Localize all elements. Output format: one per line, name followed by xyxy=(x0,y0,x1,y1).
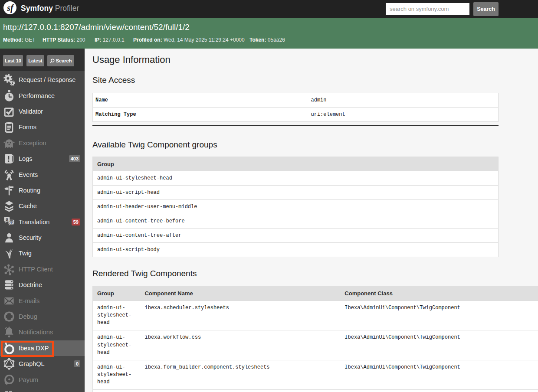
svg-text:sf: sf xyxy=(7,3,14,13)
svg-text:示: 示 xyxy=(9,219,14,225)
svg-text:a: a xyxy=(6,216,8,222)
